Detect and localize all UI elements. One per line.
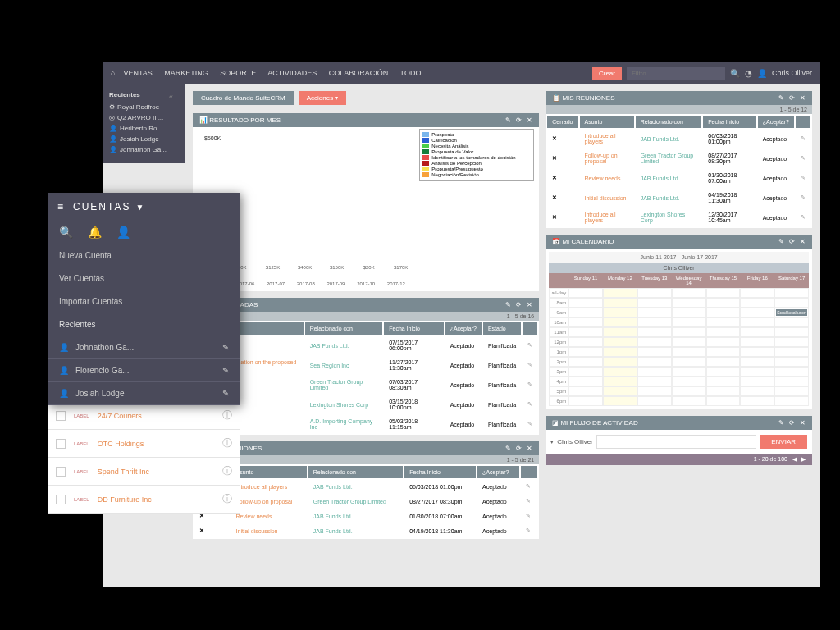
related-link[interactable]: Green Tractor Group Limited bbox=[641, 153, 694, 164]
row-checkbox[interactable] bbox=[56, 439, 66, 449]
calendar-cell[interactable] bbox=[706, 377, 741, 386]
account-row[interactable]: LABEL Spend Thrift Inc ⓘ bbox=[48, 458, 240, 486]
calendar-cell[interactable] bbox=[672, 386, 706, 396]
col-header[interactable]: ¿Aceptar? bbox=[445, 322, 482, 335]
related-link[interactable]: Sea Region Inc bbox=[310, 363, 349, 368]
subject-link[interactable]: Introduce all players bbox=[585, 133, 616, 144]
calendar-cell[interactable] bbox=[637, 377, 672, 386]
calendar-cell[interactable] bbox=[568, 386, 603, 396]
calendar-cell[interactable] bbox=[706, 308, 741, 317]
calendar-grid[interactable]: Sunday 11Monday 12Tuesday 13Wednesday 14… bbox=[549, 273, 809, 406]
related-link[interactable]: Lexington Shores Corp bbox=[310, 402, 369, 408]
enviar-button[interactable]: ENVIAR bbox=[760, 435, 807, 449]
calendar-cell[interactable] bbox=[672, 337, 706, 347]
row-checkbox[interactable] bbox=[56, 467, 66, 477]
col-header[interactable]: Asunto bbox=[580, 116, 634, 128]
day-header[interactable]: Thursday 15 bbox=[706, 273, 741, 288]
col-header[interactable]: Fecha Inicio bbox=[703, 116, 756, 128]
notifications-icon[interactable]: ◔ bbox=[745, 69, 752, 78]
calendar-cell[interactable] bbox=[740, 337, 774, 347]
nav-ventas[interactable]: VENTAS bbox=[123, 69, 152, 77]
col-header[interactable]: Fecha Inicio bbox=[404, 466, 476, 478]
calendar-cell[interactable] bbox=[568, 367, 603, 377]
related-link[interactable]: JAB Funds Ltd. bbox=[641, 136, 680, 142]
home-icon[interactable]: ⌂ bbox=[111, 69, 115, 77]
nav-actividades[interactable]: ACTIVIDADES bbox=[267, 69, 317, 77]
info-icon[interactable]: ⓘ bbox=[222, 409, 232, 422]
user-icon[interactable]: 👤 bbox=[116, 226, 130, 239]
calendar-cell[interactable] bbox=[672, 327, 706, 337]
calendar-cell[interactable] bbox=[603, 327, 637, 337]
calendar-cell[interactable] bbox=[637, 337, 672, 347]
refresh-icon[interactable]: ⟳ bbox=[516, 116, 522, 124]
account-row[interactable]: LABEL DD Furniture Inc ⓘ bbox=[48, 486, 240, 514]
calendar-cell[interactable] bbox=[740, 317, 774, 327]
edit-icon[interactable]: ✎ bbox=[526, 513, 531, 518]
col-header[interactable]: ¿Aceptar? bbox=[477, 466, 519, 478]
nav-todo[interactable]: TODO bbox=[400, 69, 422, 77]
col-header[interactable]: Cerrado bbox=[547, 116, 578, 128]
nav-marketing[interactable]: MARKETING bbox=[164, 69, 208, 77]
calendar-cell[interactable] bbox=[774, 298, 809, 308]
account-name[interactable]: OTC Holdings bbox=[98, 440, 222, 448]
activity-input[interactable] bbox=[596, 435, 756, 449]
calendar-cell[interactable] bbox=[740, 308, 774, 317]
calendar-cell[interactable] bbox=[774, 377, 809, 386]
calendar-cell[interactable] bbox=[706, 386, 741, 396]
username-label[interactable]: Chris Olliver bbox=[772, 69, 812, 77]
next-icon[interactable]: ▶ bbox=[801, 456, 806, 463]
edit-icon[interactable]: ✎ bbox=[801, 214, 806, 220]
calendar-cell[interactable] bbox=[568, 288, 603, 298]
calendar-cell[interactable] bbox=[568, 317, 603, 327]
calendar-cell[interactable] bbox=[568, 298, 603, 308]
related-link[interactable]: JAB Funds Ltd. bbox=[641, 195, 680, 201]
related-link[interactable]: JAB Funds Ltd. bbox=[310, 343, 349, 349]
account-name[interactable]: DD Furniture Inc bbox=[98, 495, 222, 504]
calendar-cell[interactable] bbox=[568, 347, 603, 357]
day-header[interactable]: Saturday 17 bbox=[774, 273, 809, 288]
calendar-cell[interactable] bbox=[740, 357, 774, 367]
calendar-cell[interactable] bbox=[568, 327, 603, 337]
recent-item[interactable]: 👤Josiah Lodge bbox=[109, 135, 178, 143]
edit-icon[interactable]: ✎ bbox=[505, 301, 511, 308]
calendar-cell[interactable] bbox=[672, 347, 706, 357]
calendar-cell[interactable] bbox=[672, 377, 706, 386]
edit-icon[interactable]: ✎ bbox=[527, 342, 532, 348]
subject-link[interactable]: Initial discussion bbox=[585, 195, 627, 201]
calendar-cell[interactable] bbox=[774, 357, 809, 367]
col-header[interactable]: Relacionado con bbox=[305, 322, 383, 335]
edit-icon[interactable]: ✎ bbox=[778, 238, 784, 245]
bar-column[interactable]: $400K bbox=[294, 265, 315, 272]
calendar-cell[interactable] bbox=[774, 396, 809, 406]
calendar-cell[interactable] bbox=[603, 288, 637, 298]
calendar-cell[interactable] bbox=[637, 308, 672, 317]
edit-icon[interactable]: ✎ bbox=[505, 445, 511, 452]
subject-link[interactable]: Review needs bbox=[585, 176, 621, 181]
subject-link[interactable]: Follow-up on proposal bbox=[585, 153, 618, 164]
calendar-event[interactable]: Send local user group information bbox=[776, 309, 807, 316]
edit-icon[interactable]: ✎ bbox=[526, 483, 531, 489]
calendar-cell[interactable] bbox=[706, 367, 741, 377]
search-icon[interactable]: 🔍 bbox=[59, 226, 73, 239]
calendar-cell[interactable] bbox=[706, 357, 741, 367]
calendar-cell[interactable] bbox=[637, 367, 672, 377]
calendar-cell[interactable] bbox=[774, 386, 809, 396]
close-icon[interactable]: ✕ bbox=[800, 238, 806, 245]
calendar-cell[interactable] bbox=[740, 377, 774, 386]
calendar-cell[interactable] bbox=[672, 396, 706, 406]
calendar-cell[interactable] bbox=[740, 327, 774, 337]
edit-icon[interactable]: ✎ bbox=[801, 155, 806, 161]
overlay-menu-item[interactable]: Ver Cuentas bbox=[48, 267, 240, 290]
recent-item[interactable]: 👤Johnathon Ga... bbox=[109, 146, 178, 153]
refresh-icon[interactable]: ⟳ bbox=[789, 94, 795, 102]
overlay-menu-item[interactable]: Nueva Cuenta bbox=[48, 244, 240, 267]
calendar-cell[interactable] bbox=[740, 288, 774, 298]
close-icon[interactable]: ✕ bbox=[199, 527, 204, 533]
refresh-icon[interactable]: ⟳ bbox=[516, 301, 522, 308]
subject-link[interactable]: Initial discussion bbox=[236, 528, 278, 534]
calendar-cell[interactable] bbox=[637, 288, 672, 298]
close-icon[interactable]: ✕ bbox=[552, 194, 557, 200]
col-header[interactable]: Asunto bbox=[231, 466, 307, 478]
calendar-cell[interactable] bbox=[672, 298, 706, 308]
calendar-cell[interactable] bbox=[568, 377, 603, 386]
